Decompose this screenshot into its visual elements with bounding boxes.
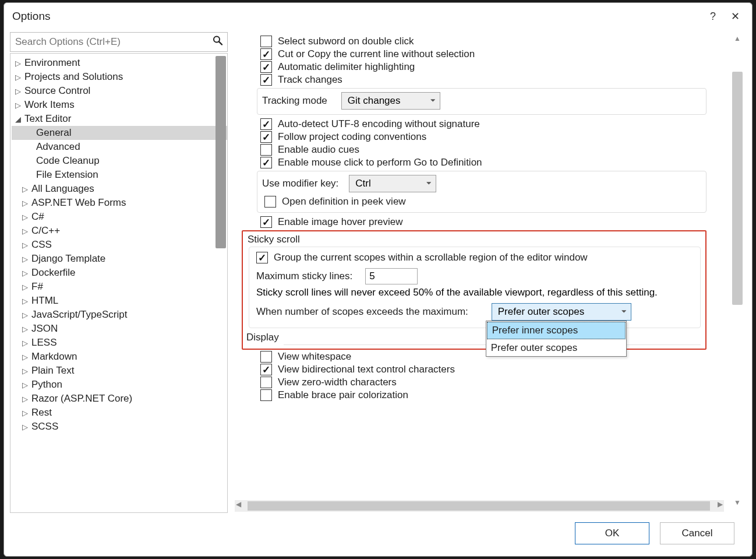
tree-item-scss[interactable]: ▷SCSS <box>12 420 227 434</box>
auto-delim-checkbox[interactable] <box>260 61 272 73</box>
scroll-up-icon[interactable]: ▲ <box>732 34 743 45</box>
tree-item-f-[interactable]: ▷F# <box>12 280 227 294</box>
tree-item-advanced[interactable]: Advanced <box>12 140 227 154</box>
tree-item-markdown[interactable]: ▷Markdown <box>12 350 227 364</box>
tree-item-all-languages[interactable]: ▷All Languages <box>12 182 227 196</box>
tree-item-source-control[interactable]: ▷Source Control <box>12 84 227 98</box>
tree-item-rest[interactable]: ▷Rest <box>12 406 227 420</box>
tree-item-razor-asp-net-core-[interactable]: ▷Razor (ASP.NET Core) <box>12 392 227 406</box>
scope-exceed-select[interactable]: Prefer outer scopes⏷ <box>492 303 631 321</box>
display-heading: Display <box>246 332 701 343</box>
follow-conventions-label: Follow project coding conventions <box>278 131 426 143</box>
tree-item-label: Markdown <box>31 351 77 363</box>
tree-item-label: JSON <box>31 323 58 335</box>
ok-button[interactable]: OK <box>575 522 649 544</box>
titlebar: Options ? ✕ <box>4 3 752 29</box>
hscroll-thumb[interactable] <box>248 501 710 511</box>
follow-conventions-checkbox[interactable] <box>260 131 272 143</box>
image-hover-label: Enable image hover preview <box>278 216 403 228</box>
settings-panel: ▲ ▼ Select subword on double click Cut o… <box>234 32 746 513</box>
sticky-enable-checkbox[interactable] <box>256 252 268 263</box>
tree-item-label: Dockerfile <box>31 267 76 279</box>
cancel-button[interactable]: Cancel <box>660 522 734 544</box>
brace-color-checkbox[interactable] <box>260 389 272 401</box>
sticky-scroll-heading: Sticky scroll <box>248 234 701 245</box>
tree-item-c-[interactable]: ▷C# <box>12 210 227 224</box>
tree-expand-icon: ▷ <box>15 87 23 96</box>
scroll-thumb[interactable] <box>732 72 743 305</box>
tree-item-text-editor[interactable]: ◢Text Editor <box>12 112 227 126</box>
tree-expand-icon: ▷ <box>22 185 30 194</box>
tree-scrollbar[interactable] <box>216 56 226 248</box>
sticky-enable-label: Group the current scopes within a scroll… <box>274 252 588 263</box>
vertical-scrollbar[interactable]: ▲ ▼ <box>732 34 743 509</box>
tree-item-python[interactable]: ▷Python <box>12 378 227 392</box>
tree-item-json[interactable]: ▷JSON <box>12 322 227 336</box>
view-zerowidth-checkbox[interactable] <box>260 377 272 388</box>
image-hover-checkbox[interactable] <box>260 216 272 228</box>
tree-item-label: Rest <box>31 407 52 419</box>
modifier-key-select[interactable]: Ctrl⏷ <box>349 175 436 192</box>
scope-option-outer[interactable]: Prefer outer scopes <box>486 340 626 356</box>
chevron-down-icon: ⏷ <box>426 180 432 187</box>
tree-item-label: Django Template <box>31 253 105 265</box>
track-changes-label: Track changes <box>278 74 342 86</box>
horizontal-scrollbar[interactable]: ◀ ▶ <box>235 500 724 512</box>
peek-view-checkbox[interactable] <box>264 196 276 208</box>
max-sticky-input[interactable] <box>365 268 418 284</box>
tree-item-label: Environment <box>24 57 80 69</box>
tree-item-less[interactable]: ▷LESS <box>12 336 227 350</box>
tree-item-projects-and-solutions[interactable]: ▷Projects and Solutions <box>12 70 227 84</box>
select-subword-checkbox[interactable] <box>260 36 272 47</box>
tree-item-javascript-typescript[interactable]: ▷JavaScript/TypeScript <box>12 308 227 322</box>
scroll-down-icon[interactable]: ▼ <box>732 498 743 509</box>
scroll-right-icon[interactable]: ▶ <box>718 500 723 508</box>
window-title: Options <box>12 10 50 23</box>
options-tree[interactable]: ▷Environment▷Projects and Solutions▷Sour… <box>10 53 228 513</box>
tree-item-label: Text Editor <box>24 113 71 125</box>
tree-item-label: F# <box>31 281 43 293</box>
help-button[interactable]: ? <box>702 8 724 25</box>
tree-expand-icon: ▷ <box>22 255 30 263</box>
tree-item-work-items[interactable]: ▷Work Items <box>12 98 227 112</box>
tree-item-label: Code Cleanup <box>36 155 100 167</box>
tree-expand-icon: ▷ <box>22 325 30 333</box>
view-bidi-checkbox[interactable] <box>260 364 272 375</box>
search-icon[interactable] <box>213 36 223 49</box>
tree-expand-icon: ▷ <box>22 409 30 417</box>
tree-item-css[interactable]: ▷CSS <box>12 238 227 252</box>
scope-option-inner[interactable]: Prefer inner scopes <box>487 322 626 339</box>
tree-item-general[interactable]: General <box>12 126 227 140</box>
brace-color-label: Enable brace pair colorization <box>278 389 408 401</box>
close-button[interactable]: ✕ <box>724 8 746 25</box>
tree-expand-icon: ▷ <box>22 199 30 208</box>
tree-item-c-c-[interactable]: ▷C/C++ <box>12 224 227 238</box>
scroll-left-icon[interactable]: ◀ <box>236 500 241 508</box>
tree-item-label: Work Items <box>24 99 75 111</box>
tree-expand-icon: ▷ <box>15 59 23 68</box>
view-whitespace-checkbox[interactable] <box>260 351 272 363</box>
tree-item-label: All Languages <box>31 183 94 195</box>
tree-item-code-cleanup[interactable]: Code Cleanup <box>12 154 227 168</box>
tree-item-file-extension[interactable]: File Extension <box>12 168 227 182</box>
view-zerowidth-label: View zero-width characters <box>278 377 397 388</box>
tree-item-asp-net-web-forms[interactable]: ▷ASP.NET Web Forms <box>12 196 227 210</box>
tracking-mode-group: Tracking mode Git changes⏷ <box>257 88 706 115</box>
track-changes-checkbox[interactable] <box>260 74 272 86</box>
tree-item-environment[interactable]: ▷Environment <box>12 56 227 70</box>
tracking-mode-select[interactable]: Git changes⏷ <box>341 92 440 110</box>
search-input[interactable] <box>10 32 228 52</box>
tree-item-dockerfile[interactable]: ▷Dockerfile <box>12 266 227 280</box>
tree-item-django-template[interactable]: ▷Django Template <box>12 252 227 266</box>
tree-expand-icon: ▷ <box>15 101 23 110</box>
audio-cues-checkbox[interactable] <box>260 144 272 156</box>
gotodef-checkbox[interactable] <box>260 157 272 168</box>
auto-utf8-checkbox[interactable] <box>260 118 272 130</box>
cut-copy-line-checkbox[interactable] <box>260 48 272 60</box>
tree-item-plain-text[interactable]: ▷Plain Text <box>12 364 227 378</box>
tree-expand-icon: ▷ <box>22 269 30 277</box>
options-dialog: Options ? ✕ ▷Environment▷Projects and So… <box>3 2 753 557</box>
tree-item-label: CSS <box>31 239 52 251</box>
tree-item-html[interactable]: ▷HTML <box>12 294 227 308</box>
modifier-key-label: Use modifier key: <box>262 178 338 189</box>
